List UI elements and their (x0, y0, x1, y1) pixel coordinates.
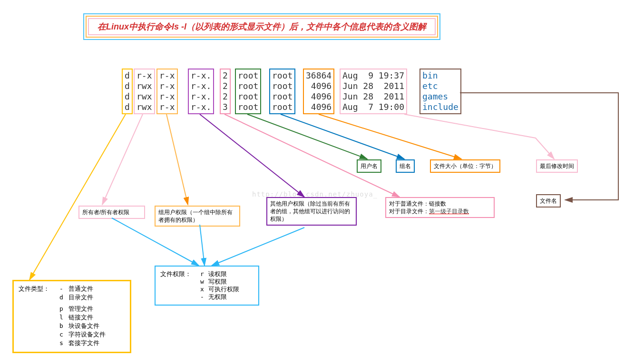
filetype-item: l链接文件 (54, 314, 106, 321)
filetype-key: b (54, 322, 68, 330)
filetype-value: 块设备文件 (68, 322, 99, 329)
label-mtime: 最后修改时间 (536, 159, 578, 173)
perm-key: x (196, 286, 208, 293)
perm-legend-box: 文件权限： r读权限w写权限x可执行权限-无权限 (155, 266, 259, 306)
perm-item: w写权限 (196, 278, 239, 286)
filetype-value: 目录文件 (68, 294, 93, 301)
col-perm-other: r-x. r-x. r-x. r-x. (188, 69, 214, 114)
filetype-value: 链接文件 (68, 314, 93, 321)
col-perm-owner: r-x rwx rwx rwx (134, 69, 155, 114)
label-links-dir: 对于目录文件： (389, 208, 429, 215)
filetype-key: s (54, 339, 68, 347)
perm-key: - (196, 293, 208, 301)
page-title: 在Linux中执行命令ls -l（以列表的形式显示文件）后，文件中各个信息代表的… (88, 18, 436, 35)
perm-value: 读权限 (208, 270, 227, 277)
label-links: 对于普通文件：链接数 对于目录文件：第一级子目录数 (385, 197, 495, 218)
filetype-item: c字符设备文件 (54, 331, 106, 338)
label-group: 组名 (396, 159, 415, 173)
filetype-item: b块设备文件 (54, 322, 106, 330)
filetype-legend-box: 文件类型： -普通文件d目录文件p管理文件l链接文件b块设备文件c字符设备文件s… (12, 280, 131, 353)
col-perm-group: r-x r-x r-x r-x (156, 69, 178, 114)
label-other-perm: 其他用户权限（除过当前有所有者的组，其他组可以进行访问的权限） (266, 197, 357, 226)
perm-item: x可执行权限 (196, 286, 239, 293)
filetype-key: c (54, 331, 68, 338)
perm-item: r读权限 (196, 270, 239, 278)
perm-key: r (196, 270, 208, 278)
perm-key: w (196, 278, 208, 286)
perm-value: 可执行权限 (208, 286, 239, 293)
label-links-dir-underline: 第一级子目录数 (429, 208, 469, 215)
col-user: root root root root (235, 69, 261, 114)
title-mid-box: 在Linux中执行命令ls -l（以列表的形式显示文件）后，文件中各个信息代表的… (86, 16, 438, 38)
label-group-perm: 组用户权限（一个组中除所有者拥有的权限） (155, 206, 240, 227)
filetype-value: 套接字文件 (68, 339, 99, 346)
col-size: 36864 4096 4096 4096 (303, 69, 334, 114)
label-links-normal: 对于普通文件：链接数 (389, 200, 491, 208)
filetype-key: - (54, 285, 68, 293)
perm-value: 写权限 (208, 278, 227, 285)
filetype-value: 普通文件 (68, 285, 93, 292)
label-size: 文件大小（单位：字节） (430, 159, 500, 173)
col-filetype: d d d d (122, 69, 133, 114)
col-date: Aug 9 19:37 Jun 28 2011 Jun 28 2011 Aug … (340, 69, 407, 114)
label-user: 用户名 (357, 159, 381, 173)
perm-item: -无权限 (196, 293, 239, 301)
filetype-key: p (54, 305, 68, 313)
filetype-item: s套接字文件 (54, 339, 106, 347)
label-owner-perm: 所有者/所有者权限 (78, 206, 145, 219)
title-outer-box: 在Linux中执行命令ls -l（以列表的形式显示文件）后，文件中各个信息代表的… (83, 13, 440, 40)
filetype-key: d (54, 294, 68, 301)
col-links: 2 2 2 3 (220, 69, 231, 114)
filetype-item: p管理文件 (54, 305, 106, 313)
filetype-value: 管理文件 (68, 305, 93, 312)
col-group: root root root root (269, 69, 295, 114)
filetype-item: -普通文件 (54, 285, 106, 293)
filetype-key: l (54, 314, 68, 321)
col-filename: bin etc games include (420, 69, 461, 114)
perm-legend-title: 文件权限： (160, 270, 191, 301)
perm-value: 无权限 (208, 293, 227, 300)
filetype-legend-title: 文件类型： (19, 285, 49, 348)
label-filename: 文件名 (536, 194, 561, 208)
filetype-item: d目录文件 (54, 294, 106, 301)
filetype-value: 字符设备文件 (68, 331, 106, 338)
